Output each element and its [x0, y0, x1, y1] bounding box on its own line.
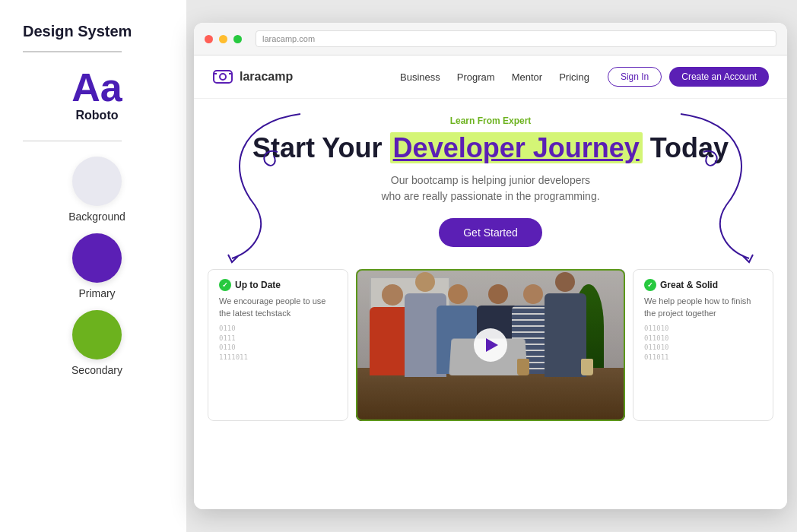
- hero-subtitle-line2: who are really passionate in the program…: [381, 190, 599, 202]
- feature-cards-row: ✓ Up to Date We encourage people to use …: [194, 269, 787, 421]
- svg-rect-0: [214, 71, 232, 83]
- panel-title: Design System: [23, 23, 171, 40]
- feature-card-uptodate: ✓ Up to Date We encourage people to use …: [208, 269, 348, 421]
- video-overlay: [356, 269, 625, 421]
- play-icon: [486, 338, 498, 352]
- color-item-primary: Primary: [72, 233, 122, 299]
- site-navbar: laracamp Business Program Mentor Pricing…: [194, 55, 787, 99]
- font-display: Aa Roboto: [23, 68, 171, 122]
- hero-tag: Learn From Expert: [212, 116, 769, 126]
- sign-in-button[interactable]: Sign In: [608, 67, 662, 87]
- feature-title-uptodate: ✓ Up to Date: [219, 279, 337, 291]
- binary-text-right: 011010011010011010011011: [644, 324, 762, 362]
- hero-title: Start Your Developer Journey Today: [212, 132, 769, 163]
- design-panel: Design System Aa Roboto Background Prima…: [0, 0, 186, 532]
- feature-text-uptodate: We encourage people to use the latest te…: [219, 296, 337, 319]
- check-icon-solid: ✓: [644, 279, 656, 291]
- hero-subtitle-line1: Our bootcamp is helping junior developer…: [391, 174, 590, 186]
- video-container[interactable]: [356, 269, 625, 421]
- feature-card-solid: ✓ Great & Solid We help people how to fi…: [633, 269, 773, 421]
- feature-text-solid: We help people how to finish the project…: [644, 296, 762, 319]
- color-section: Background Primary Secondary: [23, 157, 171, 384]
- nav-links: Business Program Mentor Pricing: [400, 71, 589, 83]
- nav-actions: Sign In Create an Account: [608, 67, 769, 87]
- binary-text-left: 0110011101101111011: [219, 324, 337, 362]
- color-item-secondary: Secondary: [71, 310, 122, 376]
- nav-link-program[interactable]: Program: [457, 71, 495, 83]
- feature-title-solid: ✓ Great & Solid: [644, 279, 762, 291]
- nav-link-mentor[interactable]: Mentor: [512, 71, 542, 83]
- nav-link-business[interactable]: Business: [400, 71, 440, 83]
- divider-2: [23, 141, 122, 142]
- hero-title-end: Today: [643, 132, 729, 163]
- color-swatch-background: [72, 157, 122, 206]
- check-icon-uptodate: ✓: [219, 279, 231, 291]
- browser-window: laracamp.com laracamp Business: [194, 23, 787, 509]
- color-label-background: Background: [68, 211, 125, 223]
- browser-dot-yellow[interactable]: [219, 35, 227, 43]
- create-account-button[interactable]: Create an Account: [669, 67, 769, 87]
- logo-text: laracamp: [240, 70, 293, 84]
- hero-subtitle: Our bootcamp is helping junior developer…: [212, 173, 769, 204]
- get-started-button[interactable]: Get Started: [439, 218, 542, 247]
- color-item-background: Background: [68, 157, 125, 223]
- font-name: Roboto: [76, 109, 119, 122]
- color-label-secondary: Secondary: [71, 364, 122, 376]
- browser-panel: laracamp.com laracamp Business: [186, 0, 797, 532]
- color-label-primary: Primary: [78, 287, 115, 299]
- color-swatch-primary: [72, 233, 122, 283]
- browser-dot-green[interactable]: [233, 35, 242, 43]
- browser-dot-red[interactable]: [205, 35, 213, 43]
- color-swatch-secondary: [72, 310, 122, 359]
- browser-address-bar[interactable]: laracamp.com: [256, 30, 776, 47]
- nav-link-pricing[interactable]: Pricing: [559, 71, 589, 83]
- website-preview: laracamp Business Program Mentor Pricing…: [194, 55, 787, 509]
- hero-section: Learn From Expert Start Your Developer J…: [194, 99, 787, 261]
- logo-icon: [212, 66, 233, 87]
- play-button[interactable]: [474, 328, 507, 362]
- hero-title-start: Start Your: [252, 132, 390, 163]
- site-logo: laracamp: [212, 66, 293, 87]
- font-sample-aa: Aa: [71, 68, 122, 107]
- svg-point-1: [220, 74, 226, 80]
- browser-chrome: laracamp.com: [194, 23, 787, 55]
- hero-title-highlight: Developer Journey: [390, 132, 643, 163]
- divider-1: [23, 51, 122, 52]
